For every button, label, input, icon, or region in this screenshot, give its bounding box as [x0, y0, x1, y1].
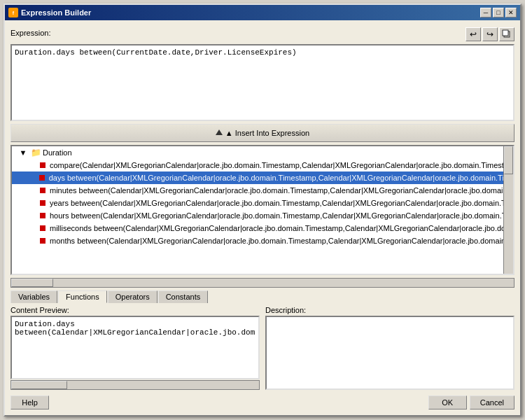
tree-item-4[interactable]: hours between(Calendar|XMLGregorianCalen… — [12, 209, 513, 222]
tree-scrollbar-thumb[interactable] — [504, 146, 513, 174]
tab-functions[interactable]: Functions — [58, 290, 107, 303]
item-icon-2 — [37, 185, 48, 196]
item-icon-4 — [37, 210, 48, 221]
tree-panel[interactable]: ▼ 📁 Duration compare(Calendar|XMLGregori… — [10, 145, 514, 275]
folder-icon: 📁 — [30, 147, 41, 158]
insert-into-expression-button[interactable]: ▲ Insert Into Expression — [10, 124, 514, 142]
tree-root-duration[interactable]: ▼ 📁 Duration — [12, 146, 513, 159]
tree-vertical-scrollbar[interactable] — [503, 146, 513, 274]
tree-item-label-1: days between(Calendar|XMLGregorianCalend… — [49, 174, 510, 182]
tabs-row: Variables Functions Operators Constants — [10, 290, 514, 303]
item-icon-0 — [37, 160, 48, 171]
window-title: Expression Builder — [21, 8, 91, 17]
content-preview-label: Content Preview: — [10, 306, 260, 314]
tree-item-2[interactable]: minutes between(Calendar|XMLGregorianCal… — [12, 184, 513, 197]
ok-button[interactable]: OK — [428, 396, 467, 410]
tree-item-label-5: milliseconds between(Calendar|XMLGregori… — [50, 224, 505, 232]
item-icon-1 — [36, 172, 48, 183]
description-textarea[interactable] — [265, 316, 514, 390]
ok-cancel-group: OK Cancel — [428, 396, 514, 410]
content-preview-scrollbar-thumb[interactable] — [11, 381, 67, 389]
tree-item-1[interactable]: days between(Calendar|XMLGregorianCalend… — [12, 172, 513, 184]
tree-item-label-0: compare(Calendar|XMLGregorianCalendar|or… — [50, 161, 508, 169]
action-row: Help OK Cancel — [10, 393, 514, 410]
bottom-section: Content Preview: Description: — [10, 306, 514, 390]
title-buttons: ─ □ ✕ — [480, 8, 517, 18]
description-panel: Description: — [265, 306, 514, 390]
tree-item-0[interactable]: compare(Calendar|XMLGregorianCalendar|or… — [12, 159, 513, 172]
tree-item-label-4: hours between(Calendar|XMLGregorianCalen… — [50, 211, 507, 220]
close-button[interactable]: ✕ — [505, 8, 517, 18]
content-preview-panel: Content Preview: — [10, 306, 260, 390]
minimize-button[interactable]: ─ — [480, 8, 491, 18]
tree-item-label-6: months between(Calendar|XMLGregorianCale… — [50, 237, 507, 245]
content-preview-scrollbar[interactable] — [10, 380, 260, 390]
expression-input[interactable] — [10, 44, 514, 121]
tree-item-5[interactable]: milliseconds between(Calendar|XMLGregori… — [12, 222, 513, 234]
tree-item-label-2: minutes between(Calendar|XMLGregorianCal… — [50, 186, 510, 195]
tree-item-label-3: years between(Calendar|XMLGregorianCalen… — [50, 199, 507, 207]
maximize-button[interactable]: □ — [493, 8, 504, 18]
content-preview-textarea[interactable] — [10, 316, 260, 379]
tab-variables[interactable]: Variables — [10, 290, 57, 303]
tree-item-6[interactable]: months between(Calendar|XMLGregorianCale… — [12, 234, 513, 247]
tree-root-label: Duration — [43, 148, 72, 157]
undo-button[interactable]: ↩ — [465, 27, 481, 41]
toolbar: ↩ ↪ — [465, 27, 514, 41]
tab-operators[interactable]: Operators — [108, 290, 158, 303]
expression-header: Expression: ↩ ↪ — [10, 26, 514, 41]
tab-constants[interactable]: Constants — [158, 290, 209, 303]
svg-marker-4 — [216, 130, 223, 135]
redo-button[interactable]: ↪ — [482, 27, 498, 41]
help-button[interactable]: Help — [10, 396, 49, 410]
insert-button-label: ▲ Insert Into Expression — [225, 129, 309, 137]
title-bar: f Expression Builder ─ □ ✕ — [5, 5, 520, 20]
expand-icon: ▼ — [18, 147, 29, 158]
description-label: Description: — [265, 306, 514, 314]
title-bar-left: f Expression Builder — [8, 8, 91, 18]
item-icon-6 — [37, 235, 48, 246]
svg-rect-3 — [503, 30, 508, 36]
expression-label: Expression: — [10, 29, 50, 37]
tree-h-scrollbar-thumb[interactable] — [11, 279, 53, 287]
cancel-button[interactable]: Cancel — [470, 396, 514, 410]
window-content: Expression: ↩ ↪ ▲ Insert Into Expression — [5, 20, 520, 415]
tree-horizontal-scrollbar[interactable] — [10, 278, 514, 288]
tree-item-3[interactable]: years between(Calendar|XMLGregorianCalen… — [12, 197, 513, 209]
copy-button[interactable] — [499, 27, 514, 41]
item-icon-5 — [37, 223, 48, 234]
expression-builder-window: f Expression Builder ─ □ ✕ Expression: ↩… — [4, 4, 522, 416]
item-icon-3 — [37, 197, 48, 209]
app-icon: f — [8, 8, 18, 18]
